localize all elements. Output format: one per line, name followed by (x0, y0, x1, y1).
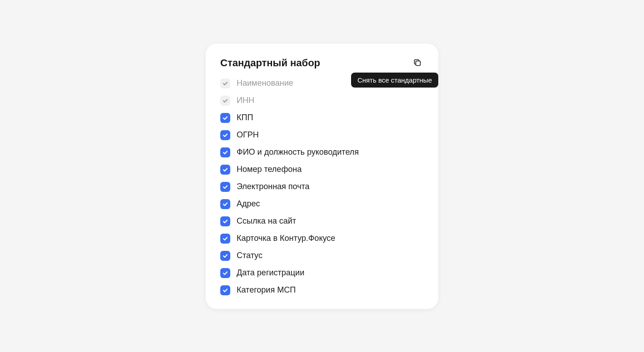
checkbox[interactable] (220, 182, 230, 192)
checkbox-row: КПП (220, 113, 424, 123)
card-header: Стандартный набор (220, 56, 424, 70)
checkbox-label[interactable]: КПП (237, 113, 253, 122)
checkbox-row: Электронная почта (220, 182, 424, 192)
checkbox-label[interactable]: ОГРН (237, 130, 259, 140)
checkbox (220, 78, 230, 88)
checkbox[interactable] (220, 285, 230, 295)
checkbox[interactable] (220, 216, 230, 226)
deselect-all-tooltip[interactable]: Снять все стандартные (351, 73, 438, 88)
checkbox-row: Категория МСП (220, 285, 424, 295)
checkbox-label: ИНН (237, 96, 254, 105)
checkbox-row: Карточка в Контур.Фокусе (220, 234, 424, 244)
checkbox-row: ОГРН (220, 130, 424, 140)
settings-card: Стандартный набор Снять все стандартные … (206, 44, 438, 309)
checkbox-list: НаименованиеИННКППОГРНФИО и должность ру… (220, 78, 424, 295)
checkbox[interactable] (220, 268, 230, 278)
checkbox-row: Статус (220, 251, 424, 261)
svg-rect-0 (416, 61, 421, 65)
checkbox-label[interactable]: ФИО и должность руководителя (237, 147, 359, 157)
checkbox-row: Адрес (220, 199, 424, 209)
checkbox-row: ИНН (220, 96, 424, 106)
checkbox-label[interactable]: Карточка в Контур.Фокусе (237, 234, 335, 243)
checkbox[interactable] (220, 130, 230, 140)
copy-button[interactable] (411, 56, 424, 70)
checkbox-label[interactable]: Статус (237, 251, 263, 260)
checkbox-label[interactable]: Номер телефона (237, 165, 302, 174)
checkbox[interactable] (220, 113, 230, 123)
checkbox-row: Дата регистрации (220, 268, 424, 278)
checkbox-label[interactable]: Категория МСП (237, 285, 296, 295)
checkbox-label[interactable]: Адрес (237, 199, 260, 209)
checkbox[interactable] (220, 234, 230, 244)
checkbox-row: Номер телефона (220, 165, 424, 175)
checkbox-label[interactable]: Дата регистрации (237, 268, 304, 278)
checkbox-row: ФИО и должность руководителя (220, 147, 424, 157)
checkbox[interactable] (220, 147, 230, 157)
checkbox-label[interactable]: Электронная почта (237, 182, 310, 191)
checkbox (220, 96, 230, 106)
card-title: Стандартный набор (220, 57, 320, 69)
copy-icon (413, 58, 422, 68)
checkbox-label[interactable]: Ссылка на сайт (237, 216, 296, 226)
checkbox-label: Наименование (237, 78, 293, 88)
checkbox-row: Ссылка на сайт (220, 216, 424, 226)
checkbox[interactable] (220, 165, 230, 175)
checkbox[interactable] (220, 251, 230, 261)
checkbox[interactable] (220, 199, 230, 209)
